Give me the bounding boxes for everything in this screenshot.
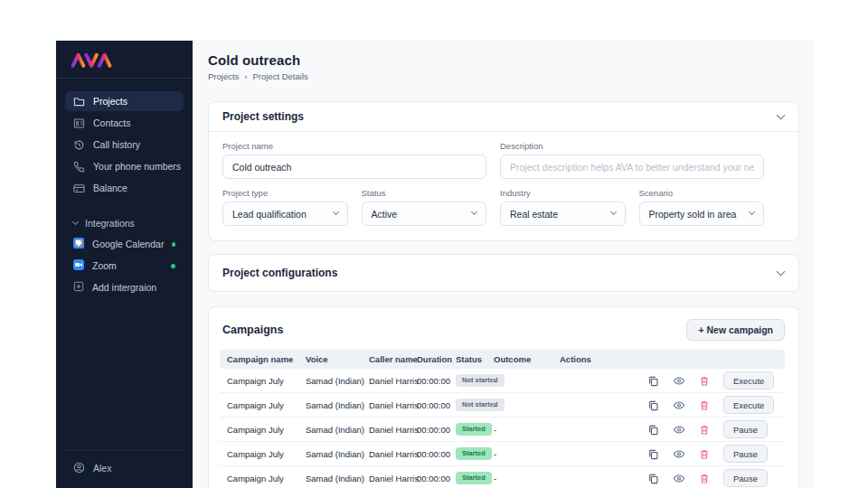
project-type-field-group: Project type Lead qualification bbox=[222, 188, 348, 226]
campaign-row: Campaign July Samad (Indian) Daniel Harr… bbox=[220, 466, 785, 488]
chevron-down-icon bbox=[609, 209, 616, 215]
scenario-value: Property sold in area bbox=[649, 209, 737, 220]
add-integration-button[interactable]: Add intergraion bbox=[65, 277, 184, 297]
industry-select[interactable]: Real estate bbox=[500, 202, 626, 226]
column-header-duration: Duration bbox=[410, 354, 448, 364]
delete-icon[interactable] bbox=[699, 399, 710, 411]
column-header-caller-name: Caller name bbox=[362, 354, 410, 364]
sidebar: Projects Contacts Call history Your phon… bbox=[56, 41, 193, 488]
duration-cell: 00:00:00 bbox=[410, 376, 448, 386]
scenario-select[interactable]: Property sold in area bbox=[639, 202, 765, 226]
contact-card-icon bbox=[73, 117, 85, 129]
industry-label: Industry bbox=[500, 188, 626, 198]
zoom-icon bbox=[73, 259, 84, 272]
view-icon[interactable] bbox=[673, 399, 685, 411]
duplicate-icon[interactable] bbox=[647, 448, 659, 460]
breadcrumb-parent[interactable]: Projects bbox=[208, 71, 239, 81]
project-name-input[interactable] bbox=[222, 155, 486, 179]
caller-name-cell: Daniel Harris bbox=[362, 449, 410, 459]
folder-icon bbox=[73, 96, 85, 108]
integration-google-calendar[interactable]: Google Calendar bbox=[65, 234, 184, 254]
user-circle-icon bbox=[73, 462, 85, 474]
campaign-row: Campaign July Samad (Indian) Daniel Harr… bbox=[220, 393, 785, 418]
scenario-label: Scenario bbox=[639, 188, 765, 198]
duplicate-icon[interactable] bbox=[647, 375, 659, 387]
integrations-toggle[interactable]: Integrations bbox=[65, 214, 184, 232]
project-configurations-title: Project configurations bbox=[222, 267, 337, 279]
project-configurations-header[interactable]: Project configurations bbox=[209, 255, 798, 291]
pause-button[interactable]: Pause bbox=[723, 445, 768, 463]
page-title: Cold outreach bbox=[208, 52, 799, 68]
pause-button[interactable]: Pause bbox=[723, 469, 768, 487]
project-settings-header[interactable]: Project settings bbox=[209, 102, 798, 132]
sidebar-item-label: Projects bbox=[93, 96, 127, 107]
status-value: Active bbox=[372, 209, 398, 220]
breadcrumb-current: Project Details bbox=[253, 71, 308, 81]
campaign-name-cell: Campaign July bbox=[220, 400, 298, 410]
chevron-down-icon bbox=[471, 209, 477, 215]
app-window: Projects Contacts Call history Your phon… bbox=[56, 41, 814, 488]
project-settings-title: Project settings bbox=[222, 110, 304, 123]
campaigns-card: Campaigns + New campaign Campaign name V… bbox=[208, 306, 799, 488]
sidebar-item-contacts[interactable]: Contacts bbox=[65, 113, 184, 133]
outcome-cell: - bbox=[486, 425, 552, 435]
integration-label: Google Calendar bbox=[92, 239, 164, 249]
execute-button[interactable]: Execute bbox=[723, 396, 774, 414]
chevron-down-icon bbox=[332, 209, 338, 215]
integrations-label: Integrations bbox=[85, 218, 135, 229]
delete-icon[interactable] bbox=[699, 473, 710, 484]
view-icon[interactable] bbox=[673, 375, 685, 387]
campaign-row: Campaign July Samad (Indian) Daniel Harr… bbox=[220, 442, 785, 466]
view-icon[interactable] bbox=[673, 424, 685, 436]
voice-cell: Samad (Indian) bbox=[298, 425, 362, 435]
user-name: Alex bbox=[93, 463, 111, 474]
breadcrumb: Projects › Project Details bbox=[208, 71, 799, 81]
campaigns-table-header: Campaign name Voice Caller name Duration… bbox=[220, 350, 785, 369]
google-calendar-icon bbox=[73, 238, 84, 250]
main-content: Cold outreach Projects › Project Details… bbox=[193, 41, 814, 488]
user-menu[interactable]: Alex bbox=[65, 450, 184, 488]
caller-name-cell: Daniel Harris bbox=[362, 474, 410, 483]
project-name-field-group: Project name bbox=[222, 141, 486, 179]
add-integration-label: Add intergraion bbox=[92, 282, 156, 293]
campaign-name-cell: Campaign July bbox=[220, 474, 298, 483]
description-input[interactable] bbox=[500, 155, 764, 179]
caller-name-cell: Daniel Harris bbox=[362, 400, 410, 410]
sidebar-item-phone-numbers[interactable]: Your phone numbers bbox=[65, 156, 184, 176]
connected-status-dot bbox=[171, 264, 175, 268]
campaign-row: Campaign July Samad (Indian) Daniel Harr… bbox=[220, 369, 785, 393]
collapse-chevron-icon[interactable] bbox=[777, 267, 786, 276]
sidebar-item-projects[interactable]: Projects bbox=[65, 91, 184, 111]
view-icon[interactable] bbox=[673, 473, 685, 484]
connected-status-dot bbox=[172, 242, 175, 247]
sidebar-item-label: Call history bbox=[93, 139, 140, 150]
view-icon[interactable] bbox=[673, 448, 685, 460]
project-configurations-card: Project configurations bbox=[208, 254, 799, 292]
sidebar-item-balance[interactable]: Balance bbox=[65, 178, 184, 198]
voice-cell: Samad (Indian) bbox=[298, 376, 362, 386]
pause-button[interactable]: Pause bbox=[723, 420, 768, 438]
column-header-campaign-name: Campaign name bbox=[220, 354, 298, 364]
execute-button[interactable]: Execute bbox=[723, 371, 774, 389]
duplicate-icon[interactable] bbox=[647, 424, 659, 436]
duplicate-icon[interactable] bbox=[647, 473, 659, 484]
sidebar-item-label: Your phone numbers bbox=[93, 161, 181, 172]
duplicate-icon[interactable] bbox=[647, 399, 659, 411]
plus-square-icon bbox=[73, 281, 84, 294]
project-type-select[interactable]: Lead qualification bbox=[222, 202, 348, 226]
new-campaign-button[interactable]: + New campaign bbox=[686, 319, 785, 341]
collapse-chevron-icon[interactable] bbox=[777, 110, 786, 119]
description-label: Description bbox=[500, 141, 764, 151]
duration-cell: 00:00:00 bbox=[410, 425, 448, 435]
delete-icon[interactable] bbox=[699, 424, 710, 436]
campaigns-title: Campaigns bbox=[222, 324, 283, 336]
project-settings-body: Project name Description Project type Le… bbox=[209, 132, 798, 240]
industry-value: Real estate bbox=[510, 209, 558, 220]
integration-zoom[interactable]: Zoom bbox=[65, 256, 184, 276]
delete-icon[interactable] bbox=[699, 375, 710, 387]
sidebar-item-call-history[interactable]: Call history bbox=[65, 135, 184, 155]
status-select[interactable]: Active bbox=[362, 202, 487, 226]
history-icon bbox=[73, 139, 85, 151]
delete-icon[interactable] bbox=[699, 448, 710, 460]
column-header-status: Status bbox=[448, 354, 486, 364]
